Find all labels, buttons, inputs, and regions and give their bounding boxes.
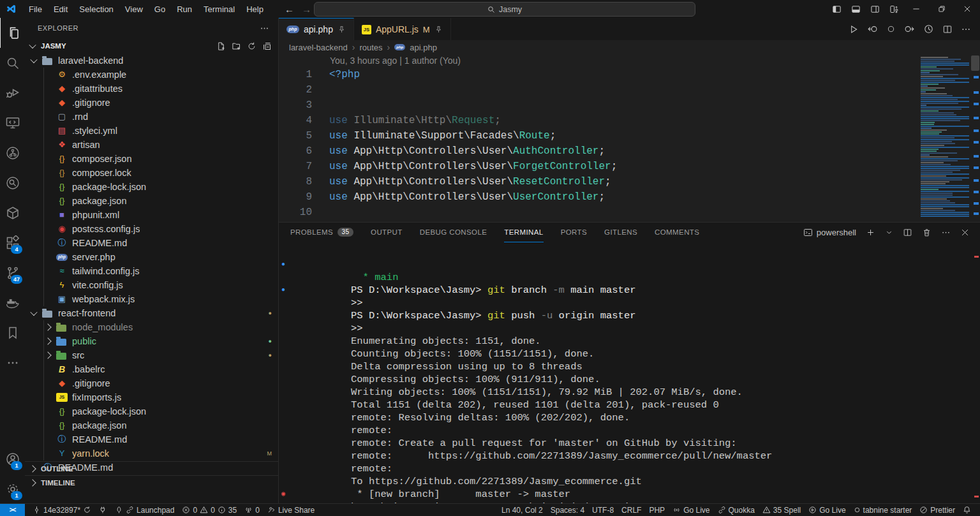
new-terminal-icon[interactable]	[866, 228, 875, 237]
tree-item[interactable]: ▤ .styleci.yml	[25, 124, 278, 138]
pin-icon[interactable]	[338, 26, 346, 34]
tree-item[interactable]: src ●	[25, 348, 278, 362]
code-editor[interactable]: You, 3 hours ago | 1 author (You) 1 <?ph…	[279, 54, 980, 222]
menu-item[interactable]: Help	[241, 3, 269, 16]
tree-item[interactable]: ◉ postcss.config.js	[25, 222, 278, 236]
explorer-icon[interactable]	[0, 18, 26, 48]
menu-item[interactable]: Selection	[73, 3, 119, 16]
tree-item[interactable]: ◆ .gitignore	[25, 96, 278, 110]
nav-forward-circle-icon[interactable]	[904, 24, 915, 34]
panel-tab[interactable]: PORTS	[561, 223, 587, 242]
indentation[interactable]: Spaces: 4	[547, 504, 588, 516]
breadcrumb-item[interactable]: laravel-backend	[289, 43, 348, 52]
prettier-status[interactable]: Prettier	[916, 504, 959, 516]
customize-layout-icon[interactable]	[884, 0, 903, 18]
tree-item[interactable]: B .babelrc	[25, 362, 278, 376]
bookmarks-icon[interactable]	[0, 318, 25, 348]
explorer-more-icon[interactable]	[260, 24, 269, 33]
plugin-status[interactable]	[95, 504, 111, 516]
tree-item[interactable]: ≈ tailwind.config.js	[25, 264, 278, 278]
panel-tab[interactable]: TERMINAL	[504, 223, 543, 242]
restore-button[interactable]	[929, 0, 954, 18]
go-live-play-button[interactable]: Go Live	[805, 504, 849, 516]
search-icon[interactable]	[0, 48, 25, 78]
command-decoration-icon[interactable]	[281, 488, 285, 501]
menu-item[interactable]: File	[23, 3, 48, 16]
pin-icon[interactable]	[434, 26, 443, 34]
remote-indicator[interactable]: ><	[0, 504, 25, 516]
tree-item[interactable]: {} composer.lock	[25, 166, 278, 180]
terminal-output[interactable]: * main PS D:\Workspace\Jasmy> git branch…	[279, 242, 980, 501]
breadcrumb-item[interactable]: api.php	[410, 43, 437, 52]
tree-item[interactable]: Y yarn.lock M	[25, 446, 278, 461]
git-graph-icon[interactable]	[0, 138, 25, 168]
editor-tab[interactable]: php api.php	[279, 18, 354, 40]
docker-icon[interactable]	[0, 288, 25, 318]
nav-back-circle-icon[interactable]	[867, 24, 878, 34]
gitlens-icon[interactable]	[0, 168, 25, 198]
panel-more-icon[interactable]	[941, 228, 951, 237]
tree-item[interactable]: {} package-lock.json	[25, 180, 278, 194]
notifications-bell-icon[interactable]	[959, 504, 975, 516]
panel-tab[interactable]: COMMENTS	[655, 223, 699, 242]
account-icon[interactable]: 1	[0, 444, 25, 474]
refresh-icon[interactable]	[247, 41, 256, 51]
tree-item[interactable]: ❖ artisan	[25, 138, 278, 152]
eol-sequence[interactable]: CRLF	[618, 504, 645, 516]
tree-item[interactable]: ⓘ README.md	[25, 236, 278, 250]
tree-item[interactable]: ▢ .rnd	[25, 110, 278, 124]
editor-tab[interactable]: JS AppURL.js M	[354, 18, 451, 40]
encoding[interactable]: UTF-8	[588, 504, 618, 516]
tree-item[interactable]: react-frontend ●	[25, 306, 278, 320]
tabnine-status[interactable]: tabnine starter	[850, 504, 916, 516]
cursor-position[interactable]: Ln 40, Col 2	[498, 504, 547, 516]
run-code-icon[interactable]	[849, 24, 859, 34]
quokka-clock-icon[interactable]	[923, 24, 934, 34]
command-center-search[interactable]: Jasmy	[314, 2, 695, 17]
menu-item[interactable]: Go	[149, 3, 171, 16]
tree-item[interactable]: {} package.json	[25, 418, 278, 432]
close-button[interactable]	[954, 0, 980, 18]
new-file-icon[interactable]	[216, 41, 226, 51]
command-decoration-icon[interactable]	[281, 284, 285, 297]
menu-item[interactable]: View	[119, 3, 149, 16]
run-debug-icon[interactable]	[0, 78, 25, 108]
panel-tab[interactable]: PROBLEMS 35	[290, 223, 353, 242]
launchpad-status[interactable]: Launchpad	[111, 504, 178, 516]
nav-circle-icon[interactable]	[886, 24, 896, 34]
nav-forward-icon[interactable]: →	[302, 4, 311, 15]
panel-tab[interactable]: GITLENS	[604, 223, 637, 242]
live-share-status[interactable]: Live Share	[264, 504, 318, 516]
timeline-section[interactable]: TIMELINE	[25, 475, 278, 490]
more-actions-icon[interactable]	[961, 24, 971, 34]
git-branch-status[interactable]: 14e32897*	[29, 504, 95, 516]
tree-item[interactable]: ⓘ README.md	[25, 432, 278, 446]
tree-item[interactable]: ⚙ .env.example	[25, 68, 278, 82]
split-terminal-icon[interactable]	[903, 228, 912, 237]
quokka-status[interactable]: Quokka	[714, 504, 759, 516]
tree-item[interactable]: ◆ .gitattributes	[25, 82, 278, 96]
shell-selector[interactable]: powershell	[803, 228, 856, 237]
tree-item[interactable]: node_modules	[25, 320, 278, 334]
remote-explorer-icon[interactable]	[0, 108, 25, 138]
language-mode[interactable]: PHP	[645, 504, 669, 516]
split-editor-icon[interactable]	[942, 24, 953, 34]
tree-item[interactable]: laravel-backend	[25, 54, 278, 68]
tree-item[interactable]: {} package.json	[25, 194, 278, 208]
panel-tab[interactable]: DEBUG CONSOLE	[420, 223, 487, 242]
close-panel-icon[interactable]	[960, 228, 970, 237]
kill-terminal-icon[interactable]	[922, 228, 932, 237]
command-decoration-icon[interactable]	[281, 258, 285, 271]
tree-item[interactable]: ◆ .gitignore	[25, 376, 278, 390]
toggle-panel-icon[interactable]	[846, 0, 865, 18]
minimap[interactable]	[919, 54, 970, 222]
tree-item[interactable]: php server.php	[25, 250, 278, 264]
overview-ruler[interactable]	[970, 54, 980, 222]
problems-status[interactable]: 0 0 35	[178, 504, 241, 516]
toggle-secondary-sidebar-icon[interactable]	[865, 0, 884, 18]
source-control-icon[interactable]: 47	[0, 258, 25, 288]
panel-tab[interactable]: OUTPUT	[371, 223, 403, 242]
toggle-sidebar-icon[interactable]	[827, 0, 846, 18]
collapse-all-icon[interactable]	[262, 41, 272, 51]
new-folder-icon[interactable]	[232, 41, 241, 51]
